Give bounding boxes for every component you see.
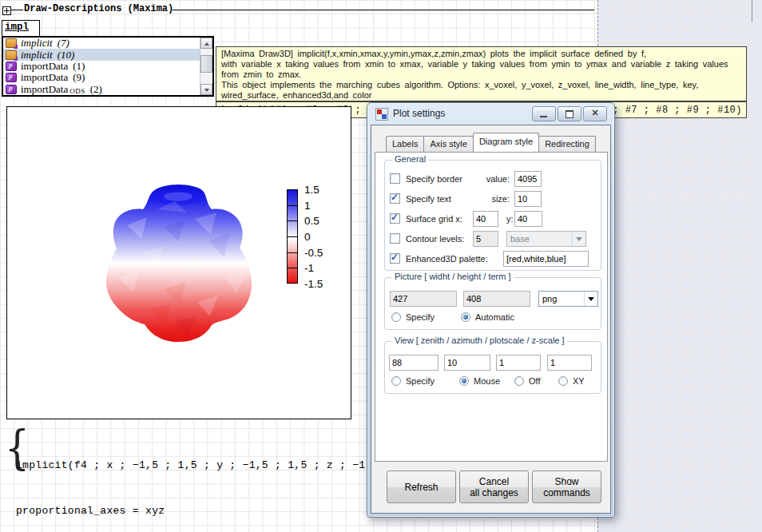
checkbox-label: Enhanced3D palette: <box>406 254 488 264</box>
autocomplete-dropdown: implicit (7) implicit (10) importData (1… <box>2 36 214 97</box>
import-data-icon <box>6 85 17 94</box>
code-line: implicit(f4 ; x ; −1,5 ; 1,5 ; y ; −1,5 … <box>16 458 423 473</box>
color-legend: 1.5 1 0.5 0 -0.5 -1 -1.5 <box>287 189 343 284</box>
code-block: { implicit(f4 ; x ; −1,5 ; 1,5 ; y ; −1,… <box>2 426 370 477</box>
tab-labels[interactable]: Labels <box>386 136 424 152</box>
tab-redirecting[interactable]: Redirecting <box>538 136 596 152</box>
view-xy-radio[interactable] <box>558 376 568 386</box>
group-title: Picture [ widht / height / term ] <box>392 272 514 281</box>
picture-term-select[interactable]: png <box>538 291 598 307</box>
scroll-thumb[interactable] <box>200 55 212 73</box>
contour-levels-field[interactable] <box>473 231 498 247</box>
select-value: base <box>510 234 530 244</box>
grid-y-field[interactable] <box>514 211 542 227</box>
picture-height-field[interactable] <box>463 291 530 307</box>
surface-grid-checkbox[interactable] <box>390 213 400 224</box>
view-plotscale-field[interactable] <box>496 355 541 371</box>
legend-tick: 1.5 <box>304 184 339 196</box>
view-azimuth-field[interactable] <box>444 355 490 371</box>
import-data-icon <box>6 73 17 82</box>
checkbox-label: Contour levels: <box>406 234 464 244</box>
field-label: value: <box>465 174 510 184</box>
legend-tick: 0.5 <box>304 215 339 227</box>
list-item[interactable]: importData ODS (2) <box>3 84 212 95</box>
tooltip-line: from zmin to zmax. <box>221 69 741 80</box>
query-text: impl <box>5 22 29 33</box>
view-zenith-field[interactable] <box>389 355 439 371</box>
checkbox-label: Specify text <box>406 194 451 204</box>
radio-label: Off <box>529 376 540 386</box>
legend-tick: -1 <box>304 262 339 274</box>
refresh-button[interactable]: Refresh <box>387 470 456 503</box>
cancel-all-changes-button[interactable]: Cancel all changes <box>459 470 529 503</box>
grid-x-field[interactable] <box>473 211 498 227</box>
group-general: General Specify border value: Specify te… <box>384 160 601 271</box>
dialog-titlebar[interactable]: Plot settings <box>367 103 614 125</box>
tooltip-line: [Maxima Draw3D] implicit(f,x,xmin,xmax,y… <box>221 49 741 59</box>
app-icon <box>375 108 388 121</box>
picture-specify-radio[interactable] <box>391 312 401 322</box>
item-label: importData <box>21 83 68 96</box>
tooltip-line: This object implements the marching cube… <box>221 80 741 90</box>
specify-border-checkbox[interactable] <box>390 173 400 184</box>
select-value: png <box>542 294 557 304</box>
item-count: (9) <box>73 71 85 84</box>
radio-label: Specify <box>406 312 435 322</box>
group-picture: Picture [ widht / height / term ] png Sp… <box>384 277 601 330</box>
import-data-icon <box>6 62 17 71</box>
scroll-up-icon[interactable] <box>200 38 212 49</box>
view-zscale-field[interactable] <box>547 355 592 371</box>
tab-strip: Labels Axis style Diagram style Redirect… <box>386 134 595 152</box>
screen: Draw-Descriptions (Maxima) impl implicit… <box>0 0 762 532</box>
dialog-title: Plot settings <box>393 108 445 119</box>
text-size-field[interactable] <box>514 191 542 207</box>
contour-mode-select[interactable]: base <box>506 231 586 247</box>
help-tooltip: [Maxima Draw3D] implicit(f,x,xmin,xmax,y… <box>216 46 747 101</box>
enhanced3d-checkbox[interactable] <box>390 253 400 264</box>
border-value-field[interactable] <box>514 171 542 187</box>
scroll-down-icon[interactable] <box>200 84 212 95</box>
minimize-icon[interactable] <box>532 106 556 121</box>
maximize-icon[interactable] <box>558 106 581 121</box>
group-view: View [ zenith / azimuth / plotscale / z-… <box>384 341 601 394</box>
tab-axis-style[interactable]: Axis style <box>423 136 473 152</box>
chevron-down-icon <box>584 292 597 306</box>
group-title: General <box>392 154 428 164</box>
tab-diagram-style[interactable]: Diagram style <box>473 133 539 152</box>
list-item[interactable]: importData (9) <box>3 72 212 83</box>
code-line: proportional_axes = xyz <box>16 503 423 518</box>
show-commands-button[interactable]: Show commands <box>532 470 601 503</box>
tooltip-line: wired_surface, enhanced3d,and color <box>221 90 741 101</box>
expand-icon[interactable] <box>2 6 11 15</box>
legend-tick: -0.5 <box>304 247 339 259</box>
close-icon[interactable] <box>583 106 607 121</box>
picture-automatic-radio[interactable] <box>461 312 470 322</box>
radio-label: XY <box>573 376 585 386</box>
specify-text-checkbox[interactable] <box>390 193 400 204</box>
tooltip-line: with variable x taking values from xmin … <box>221 59 741 69</box>
list-item[interactable]: importData (1) <box>3 61 212 72</box>
legend-tick: -1.5 <box>304 278 339 290</box>
scrollbar[interactable] <box>200 38 212 95</box>
dialog-client-area: Labels Axis style Diagram style Redirect… <box>371 125 611 514</box>
function-folder-icon <box>6 38 17 48</box>
view-mouse-radio[interactable] <box>459 376 469 386</box>
palette-field[interactable] <box>503 251 589 267</box>
chevron-down-icon <box>572 232 585 246</box>
fold-title: Draw-Descriptions (Maxima) <box>24 3 173 14</box>
list-item[interactable]: implicit (7) <box>3 38 212 49</box>
radio-label: Automatic <box>475 312 514 322</box>
picture-width-field[interactable] <box>390 291 457 307</box>
contour-levels-checkbox[interactable] <box>390 233 400 244</box>
autocomplete-input[interactable]: impl <box>2 20 40 37</box>
view-off-radio[interactable] <box>514 376 524 386</box>
function-folder-icon <box>6 50 17 60</box>
field-label: y: <box>506 214 514 224</box>
list-item-selected[interactable]: implicit (10) <box>3 49 212 60</box>
plot-canvas[interactable]: 1.5 1 0.5 0 -0.5 -1 -1.5 <box>6 106 351 419</box>
fold-header: Draw-Descriptions (Maxima) <box>0 0 597 16</box>
field-label: size: <box>465 194 510 204</box>
checkbox-label: Surface grid x: <box>406 214 462 224</box>
view-specify-radio[interactable] <box>391 376 401 386</box>
legend-tick: 0 <box>304 231 339 243</box>
